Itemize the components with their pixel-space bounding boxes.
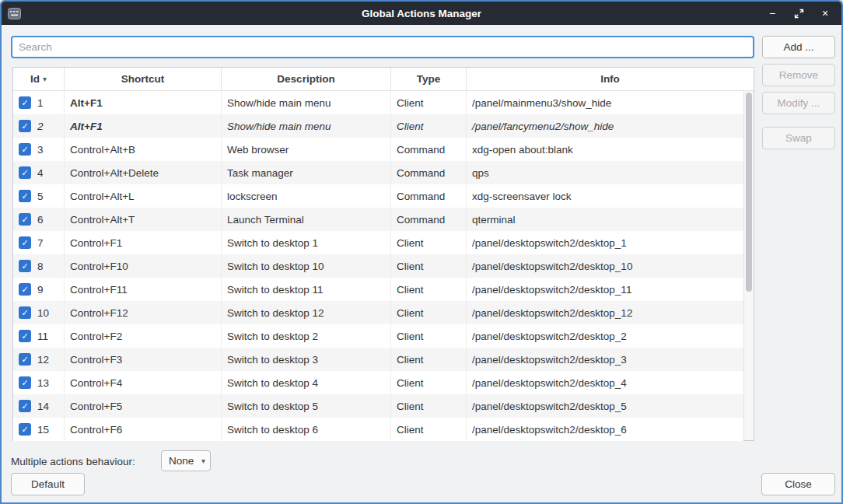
row-id: 11 (37, 331, 48, 342)
restore-icon (794, 9, 804, 19)
keyboard-icon (8, 8, 21, 19)
row-description: Switch to desktop 6 (222, 418, 391, 441)
row-info: /panel/fancymenu2/show_hide (467, 114, 743, 138)
table-row[interactable]: ✓ 4 Control+Alt+Delete Task manager Comm… (13, 161, 743, 184)
column-header-info[interactable]: Info (467, 68, 754, 90)
row-type: Command (391, 208, 467, 231)
close-button[interactable]: × (820, 8, 831, 19)
row-enabled-checkbox[interactable]: ✓ (19, 376, 31, 389)
table-row[interactable]: ✓ 8 Control+F10 Switch to desktop 10 Cli… (13, 254, 743, 278)
table-row[interactable]: ✓ 10 Control+F12 Switch to desktop 12 Cl… (13, 301, 743, 324)
table-body: ✓ 1 Alt+F1 Show/hide main menu Client /p… (13, 91, 743, 440)
table-row[interactable]: ✓ 1 Alt+F1 Show/hide main menu Client /p… (13, 91, 743, 114)
row-description: Show/hide main menu (222, 114, 391, 138)
table-row[interactable]: ✓ 13 Control+F4 Switch to desktop 4 Clie… (13, 371, 743, 394)
column-header-description[interactable]: Description (222, 68, 391, 90)
column-header-type[interactable]: Type (391, 68, 467, 90)
row-description: Switch to desktop 11 (222, 278, 391, 301)
row-enabled-checkbox[interactable]: ✓ (19, 353, 31, 366)
global-actions-manager-window: Global Actions Manager − × Add ... Remov… (0, 0, 843, 504)
row-shortcut: Control+F11 (65, 278, 222, 301)
row-id: 10 (37, 307, 49, 319)
remove-button[interactable]: Remove (762, 64, 835, 86)
row-enabled-checkbox[interactable]: ✓ (19, 306, 31, 319)
row-enabled-checkbox[interactable]: ✓ (19, 236, 31, 249)
search-input[interactable] (11, 36, 754, 58)
window-title: Global Actions Manager (2, 8, 841, 19)
table-row[interactable]: ✓ 9 Control+F11 Switch to desktop 11 Cli… (13, 278, 743, 301)
row-id: 4 (37, 167, 44, 179)
default-button[interactable]: Default (11, 473, 85, 495)
row-shortcut: Control+Alt+B (65, 138, 222, 161)
window-controls: − × (767, 8, 831, 19)
row-enabled-checkbox[interactable]: ✓ (19, 143, 31, 156)
table-row[interactable]: ✓ 2 Alt+F1 Show/hide main menu Client /p… (13, 114, 743, 138)
row-description: Launch Terminal (222, 208, 391, 231)
row-type: Command (391, 184, 467, 208)
row-type: Client (391, 324, 467, 348)
table-row[interactable]: ✓ 6 Control+Alt+T Launch Terminal Comman… (13, 208, 743, 231)
row-info: /panel/desktopswitch2/desktop_4 (467, 371, 743, 394)
row-enabled-checkbox[interactable]: ✓ (19, 120, 31, 132)
table-row[interactable]: ✓ 14 Control+F5 Switch to desktop 5 Clie… (13, 394, 743, 418)
row-enabled-checkbox[interactable]: ✓ (19, 423, 31, 436)
row-enabled-checkbox[interactable]: ✓ (19, 166, 31, 179)
row-type: Client (391, 231, 467, 254)
row-info: /panel/desktopswitch2/desktop_5 (467, 394, 743, 418)
column-header-id[interactable]: Id ▾ (13, 68, 65, 90)
column-header-shortcut[interactable]: Shortcut (65, 68, 222, 90)
row-shortcut: Control+Alt+L (65, 184, 222, 208)
add-button[interactable]: Add ... (762, 36, 835, 58)
row-id: 2 (37, 121, 44, 132)
row-enabled-checkbox[interactable]: ✓ (19, 260, 31, 272)
table-row[interactable]: ✓ 7 Control+F1 Switch to desktop 1 Clien… (13, 231, 743, 254)
row-info: /panel/mainmenu3/show_hide (467, 91, 743, 114)
table-row[interactable]: ✓ 15 Control+F6 Switch to desktop 6 Clie… (13, 418, 743, 441)
row-info: xdg-screensaver lock (467, 184, 743, 208)
table-header-row: Id ▾ Shortcut Description Type Info (13, 68, 754, 91)
row-shortcut: Control+F12 (65, 301, 222, 324)
row-info: qps (467, 161, 743, 184)
sort-down-icon: ▾ (43, 75, 47, 83)
row-shortcut: Control+F10 (65, 254, 222, 278)
close-dialog-button[interactable]: Close (761, 473, 835, 495)
row-info: xdg-open about:blank (467, 138, 743, 161)
modify-button[interactable]: Modify ... (762, 92, 835, 114)
row-type: Client (391, 254, 467, 278)
row-type: Client (391, 394, 467, 418)
row-id: 15 (37, 424, 49, 436)
row-description: lockscreen (222, 184, 391, 208)
vertical-scrollbar[interactable] (743, 91, 754, 440)
table-row[interactable]: ✓ 11 Control+F2 Switch to desktop 2 Clie… (13, 324, 743, 348)
restore-button[interactable] (793, 8, 804, 19)
row-description: Show/hide main menu (222, 91, 391, 114)
row-type: Client (391, 114, 467, 138)
row-shortcut: Control+Alt+Delete (65, 161, 222, 184)
row-info: qterminal (467, 208, 743, 231)
row-enabled-checkbox[interactable]: ✓ (19, 283, 31, 296)
row-info: /panel/desktopswitch2/desktop_11 (467, 278, 743, 301)
row-description: Switch to desktop 10 (222, 254, 391, 278)
row-shortcut: Control+F6 (65, 418, 222, 441)
row-description: Switch to desktop 2 (222, 324, 391, 348)
table-row[interactable]: ✓ 5 Control+Alt+L lockscreen Command xdg… (13, 184, 743, 208)
table-row[interactable]: ✓ 12 Control+F3 Switch to desktop 3 Clie… (13, 348, 743, 371)
row-shortcut: Control+F1 (65, 231, 222, 254)
row-enabled-checkbox[interactable]: ✓ (19, 213, 31, 226)
row-description: Task manager (222, 161, 391, 184)
minimize-button[interactable]: − (767, 8, 778, 19)
scrollbar-thumb[interactable] (746, 93, 752, 292)
table-row[interactable]: ✓ 3 Control+Alt+B Web browser Command xd… (13, 138, 743, 161)
row-enabled-checkbox[interactable]: ✓ (19, 190, 31, 202)
row-enabled-checkbox[interactable]: ✓ (19, 330, 31, 342)
row-shortcut: Alt+F1 (65, 114, 222, 138)
multiple-actions-label: Multiple actions behaviour: (11, 456, 135, 467)
row-id: 13 (37, 377, 49, 389)
row-id: 1 (37, 97, 44, 109)
swap-button[interactable]: Swap (762, 127, 835, 149)
row-type: Client (391, 418, 467, 441)
row-id: 9 (37, 284, 44, 296)
row-enabled-checkbox[interactable]: ✓ (19, 96, 31, 109)
multiple-actions-select[interactable]: None ▾ (161, 450, 211, 471)
row-enabled-checkbox[interactable]: ✓ (19, 400, 31, 412)
